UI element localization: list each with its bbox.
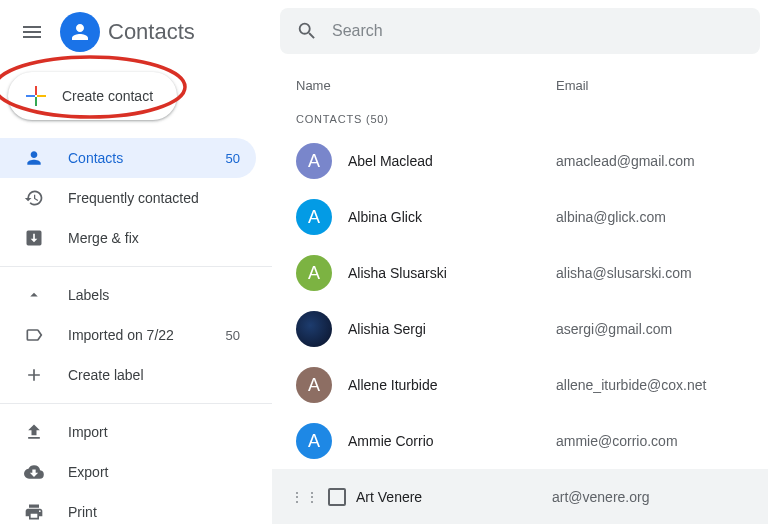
sidebar-labels-label: Labels xyxy=(68,287,240,303)
svg-rect-4 xyxy=(37,95,46,97)
avatar: A xyxy=(296,423,332,459)
sidebar-item-label: Merge & fix xyxy=(68,230,240,246)
contact-row[interactable]: AAbel Macleadamaclead@gmail.com xyxy=(272,133,768,189)
avatar xyxy=(296,311,332,347)
search-bar[interactable] xyxy=(280,8,760,54)
sidebar-item-count: 50 xyxy=(226,328,240,343)
contact-row[interactable]: AAmmie Corrioammie@corrio.com xyxy=(272,413,768,469)
row-checkbox[interactable] xyxy=(328,488,346,506)
sidebar-print[interactable]: Print xyxy=(0,492,256,524)
contact-row[interactable]: ⋮⋮Art Venereart@venere.org xyxy=(272,469,768,524)
divider xyxy=(0,403,272,404)
contact-row[interactable]: AAlisha Slusarskialisha@slusarski.com xyxy=(272,245,768,301)
contact-name: Ammie Corrio xyxy=(348,433,556,449)
avatar: A xyxy=(296,143,332,179)
sidebar-item-label: Print xyxy=(68,504,240,520)
sidebar-create-label[interactable]: Create label xyxy=(0,355,256,395)
sidebar-item-label: Import xyxy=(68,424,240,440)
sidebar-export[interactable]: Export xyxy=(0,452,256,492)
contact-name: Allene Iturbide xyxy=(348,377,556,393)
sidebar-label-item[interactable]: Imported on 7/22 50 xyxy=(0,315,256,355)
history-icon xyxy=(24,188,44,208)
app-title: Contacts xyxy=(108,19,195,45)
contact-email: alisha@slusarski.com xyxy=(556,265,692,281)
contact-name: Art Venere xyxy=(356,489,552,505)
upload-icon xyxy=(24,422,44,442)
contact-email: allene_iturbide@cox.net xyxy=(556,377,706,393)
contact-row[interactable]: AAllene Iturbideallene_iturbide@cox.net xyxy=(272,357,768,413)
sidebar-labels-header[interactable]: Labels xyxy=(0,275,256,315)
svg-rect-3 xyxy=(26,95,35,97)
sidebar-item-label: Imported on 7/22 xyxy=(68,327,202,343)
merge-fix-icon xyxy=(24,228,44,248)
contact-email: albina@glick.com xyxy=(556,209,666,225)
column-header-row: Name Email xyxy=(272,62,768,105)
person-icon xyxy=(68,20,92,44)
sidebar-item-contacts[interactable]: Contacts 50 xyxy=(0,138,256,178)
app-icon xyxy=(60,12,100,52)
create-contact-label: Create contact xyxy=(62,88,153,104)
cloud-download-icon xyxy=(24,462,44,482)
column-header-email: Email xyxy=(556,78,744,93)
plus-icon xyxy=(24,84,48,108)
sidebar-item-merge-fix[interactable]: Merge & fix xyxy=(0,218,256,258)
avatar: A xyxy=(296,199,332,235)
sidebar-item-frequently-contacted[interactable]: Frequently contacted xyxy=(0,178,256,218)
person-icon xyxy=(24,148,44,168)
sidebar-import[interactable]: Import xyxy=(0,412,256,452)
sidebar-item-label: Contacts xyxy=(68,150,202,166)
sidebar-item-label: Frequently contacted xyxy=(68,190,240,206)
contact-name: Alishia Sergi xyxy=(348,321,556,337)
contact-row[interactable]: Alishia Sergiasergi@gmail.com xyxy=(272,301,768,357)
avatar: A xyxy=(296,367,332,403)
contact-email: asergi@gmail.com xyxy=(556,321,672,337)
sidebar-item-label: Export xyxy=(68,464,240,480)
svg-rect-1 xyxy=(35,86,37,95)
contacts-section-header: CONTACTS (50) xyxy=(272,105,768,133)
hamburger-icon xyxy=(20,20,44,44)
drag-handle-icon[interactable]: ⋮⋮ xyxy=(290,494,320,500)
divider xyxy=(0,266,272,267)
print-icon xyxy=(24,502,44,522)
chevron-up-icon xyxy=(24,285,44,305)
label-icon xyxy=(24,325,44,345)
sidebar-item-label: Create label xyxy=(68,367,240,383)
avatar: A xyxy=(296,255,332,291)
create-contact-button[interactable]: Create contact xyxy=(8,72,177,120)
contact-row[interactable]: AAlbina Glickalbina@glick.com xyxy=(272,189,768,245)
column-header-name: Name xyxy=(296,78,556,93)
contact-email: amaclead@gmail.com xyxy=(556,153,695,169)
main-menu-button[interactable] xyxy=(8,8,56,56)
contact-name: Abel Maclead xyxy=(348,153,556,169)
sidebar-item-count: 50 xyxy=(226,151,240,166)
plus-icon xyxy=(24,365,44,385)
svg-rect-2 xyxy=(35,97,37,106)
contact-email: ammie@corrio.com xyxy=(556,433,678,449)
row-hover-controls: ⋮⋮ xyxy=(290,488,346,506)
contact-name: Albina Glick xyxy=(348,209,556,225)
contact-name: Alisha Slusarski xyxy=(348,265,556,281)
search-icon xyxy=(296,20,318,42)
contact-email: art@venere.org xyxy=(552,489,649,505)
search-input[interactable] xyxy=(332,22,744,40)
